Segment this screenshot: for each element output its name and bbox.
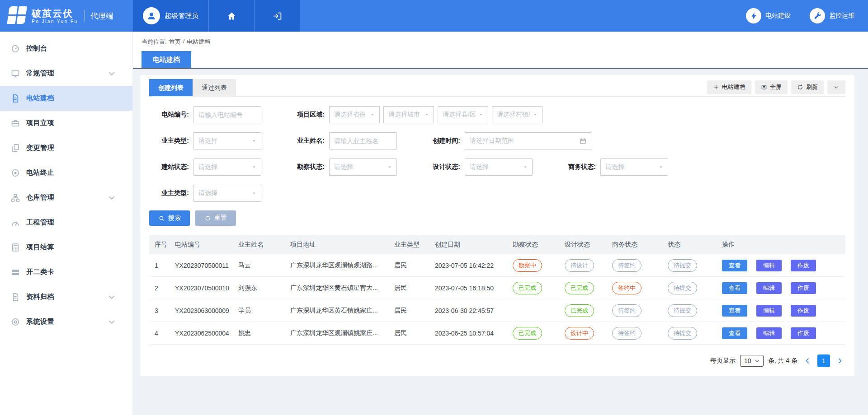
station-no-input[interactable] — [193, 106, 261, 123]
view-button[interactable]: 查看 — [722, 260, 747, 271]
sidebar-item-system-settings[interactable]: 系统设置 — [0, 309, 132, 334]
design-status-pill: 待设计 — [565, 259, 594, 272]
document-icon — [11, 94, 20, 103]
chevron-down-icon — [107, 193, 116, 202]
sidebar-item-warehouse[interactable]: 仓库管理 — [0, 185, 132, 210]
home-icon — [227, 11, 236, 21]
design-status-pill: 已完成 — [565, 282, 594, 294]
business-status-cell: 签约中 — [607, 277, 662, 299]
brand-title: 破茧云伏 — [32, 8, 78, 19]
owner-name-input[interactable] — [329, 132, 397, 149]
business-status-select[interactable]: 请选择 — [600, 159, 668, 176]
project-area-2-select[interactable]: 请选择县/区 — [438, 106, 488, 123]
lightning-circle — [746, 8, 761, 23]
sidebar-item-label: 系统设置 — [26, 317, 54, 326]
user-name: 超级管理员 — [165, 12, 198, 20]
page-tab[interactable]: 电站建档 — [142, 51, 191, 68]
header-quick-links: 电站建设监控运维 — [727, 0, 868, 32]
owner-type-2-select[interactable]: 请选择 — [193, 185, 261, 202]
void-button[interactable]: 作废 — [791, 305, 816, 317]
project-area-1-select[interactable]: 请选择城市 — [383, 106, 434, 123]
view-button[interactable]: 查看 — [722, 282, 747, 294]
per-page-select[interactable]: 10 — [740, 355, 764, 367]
sidebar-item-settlement[interactable]: 项目结算 — [0, 235, 132, 260]
design-status-cell: 已完成 — [559, 299, 607, 322]
select-placeholder: 请选择村镇/街道 — [497, 111, 530, 119]
void-button[interactable]: 作废 — [791, 282, 816, 294]
more-button[interactable] — [827, 80, 845, 94]
view-button[interactable]: 查看 — [722, 305, 747, 317]
quick-link-monitor-ops[interactable]: 监控运维 — [810, 8, 854, 23]
breadcrumb-home-link[interactable]: 首页 — [169, 38, 181, 46]
void-button[interactable]: 作废 — [791, 260, 816, 271]
created-date-cell: 2023-06-25 10:57:04 — [429, 322, 507, 345]
tab-create-list[interactable]: 创建列表 — [149, 79, 193, 96]
breadcrumb-label: 当前位置: — [142, 38, 167, 46]
survey-status-cell: 已完成 — [507, 277, 559, 299]
search-button[interactable]: 搜索 — [149, 210, 190, 226]
sidebar-item-station-stop[interactable]: 电站终止 — [0, 160, 132, 185]
build-status-select[interactable]: 请选择 — [193, 159, 261, 176]
filter-group-business-status: 商务状态:请选择 — [556, 159, 668, 176]
dashboard-icon — [11, 44, 20, 53]
edit-button[interactable]: 编辑 — [756, 305, 782, 317]
quick-link-station-build[interactable]: 电站建设 — [746, 8, 791, 23]
briefcase-icon — [11, 119, 20, 128]
logout-button[interactable] — [254, 0, 300, 32]
calculator-icon — [11, 243, 20, 252]
select-placeholder: 请选择 — [605, 163, 624, 171]
filter-label: 业主姓名: — [285, 137, 325, 145]
add-station-button[interactable]: 电站建档 — [707, 80, 751, 94]
filter-group-build-status: 建站状态:请选择 — [149, 159, 261, 176]
void-button[interactable]: 作废 — [791, 327, 816, 339]
sidebar-item-console[interactable]: 控制台 — [0, 36, 132, 61]
station-no-cell: YX2023063000009 — [170, 299, 233, 322]
filter-label: 建站状态: — [149, 163, 189, 171]
edit-button[interactable]: 编辑 — [756, 327, 782, 339]
caret-down-icon — [370, 112, 375, 117]
tab-passed-list[interactable]: 通过列表 — [193, 79, 236, 96]
design-status-pill: 已完成 — [565, 304, 594, 317]
owner-name-cell: 学员 — [233, 299, 285, 322]
monitor-icon — [11, 69, 20, 78]
project-area-0-select[interactable]: 请选择省份 — [329, 106, 380, 123]
refresh-button[interactable]: 刷新 — [791, 80, 824, 94]
sidebar-item-data-archive[interactable]: 资料归档 — [0, 284, 132, 309]
project-address-cell: 广东深圳龙华区黄石镇姚家庄... — [285, 299, 389, 322]
user-menu[interactable]: 超级管理员 — [133, 0, 208, 32]
total-count-label: 条, 共 4 条 — [768, 357, 797, 365]
view-button[interactable]: 查看 — [722, 327, 747, 339]
sidebar-item-general[interactable]: 常规管理 — [0, 61, 132, 86]
fullscreen-button[interactable]: 全屏 — [755, 80, 788, 94]
sidebar-item-station-file[interactable]: 电站建档 — [0, 86, 132, 111]
page-number[interactable]: 1 — [817, 354, 830, 367]
edit-button[interactable]: 编辑 — [756, 282, 782, 294]
home-button[interactable] — [208, 0, 254, 32]
sidebar-item-engineering[interactable]: 工程管理 — [0, 210, 132, 235]
refresh-icon — [797, 84, 803, 90]
created-date-cell: 2023-07-05 16:42:22 — [429, 254, 507, 277]
search-icon — [158, 215, 165, 222]
actions-cell: 查看编辑作废 — [717, 322, 845, 345]
project-address-cell: 广东深圳龙华区黄石镇星官大... — [285, 277, 389, 299]
reset-button[interactable]: 重置 — [195, 210, 236, 226]
sidebar-item-change-mgmt[interactable]: 变更管理 — [0, 135, 132, 160]
owner-type-select[interactable]: 请选择 — [193, 132, 261, 149]
toolbar-button-label: 电站建档 — [722, 83, 745, 91]
prev-page-button[interactable] — [802, 357, 813, 364]
survey-status-select[interactable]: 请选择 — [329, 159, 397, 176]
toolbar-button-label: 全屏 — [770, 83, 782, 91]
design-status-select[interactable]: 请选择 — [465, 159, 533, 176]
create-time-date-input[interactable]: 请选择日期范围 — [465, 132, 591, 149]
filter-group-survey-status: 勘察状态:请选择 — [285, 159, 397, 176]
project-area-3-select[interactable]: 请选择村镇/街道 — [492, 106, 542, 123]
next-page-button[interactable] — [835, 357, 845, 364]
sidebar-item-project-setup[interactable]: 项目立项 — [0, 111, 132, 135]
chevron-down-icon — [755, 359, 760, 364]
table-row: 3YX2023063000009学员广东深圳龙华区黄石镇姚家庄...居民2023… — [149, 299, 845, 322]
sidebar-item-class2-card[interactable]: 开二类卡 — [0, 260, 132, 284]
edit-button[interactable]: 编辑 — [756, 260, 782, 271]
column-header: 项目地址 — [285, 235, 389, 254]
filter-label: 勘察状态: — [285, 163, 325, 171]
design-status-cell: 待设计 — [559, 254, 607, 277]
